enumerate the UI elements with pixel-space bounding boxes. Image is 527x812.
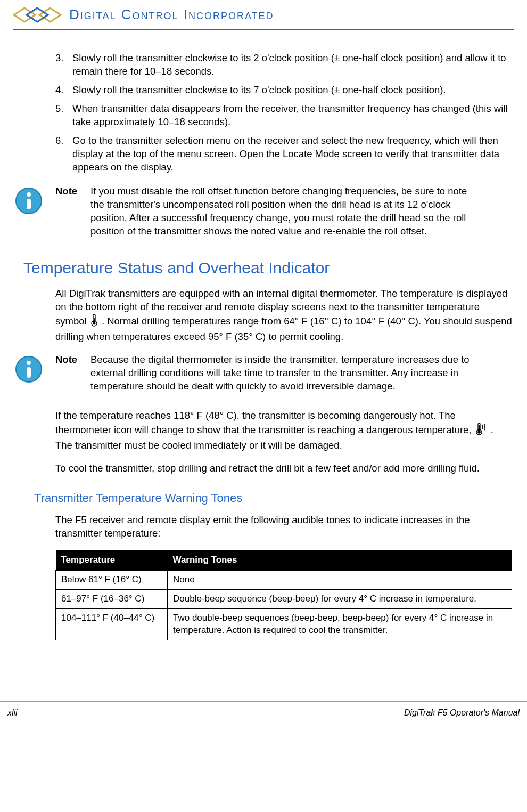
step-6: 6.Go to the transmitter selection menu o…	[55, 134, 512, 174]
page-number: xlii	[7, 707, 18, 719]
header-rule	[13, 29, 514, 30]
svg-rect-11	[27, 367, 31, 378]
step-5: 5.When transmitter data disappears from …	[55, 102, 512, 129]
thermometer-hot-icon	[475, 423, 487, 439]
note-block-1: Note If you must disable the roll offset…	[13, 185, 512, 238]
warning-tones-table: Temperature Warning Tones Below 61° F (1…	[55, 550, 512, 641]
table-row: Below 61° F (16° C) None	[56, 571, 512, 590]
note-text: If you must disable the roll offset func…	[90, 185, 512, 238]
step-4: 4.Slowly roll the transmitter clockwise …	[55, 84, 512, 97]
svg-point-6	[93, 322, 95, 325]
svg-point-2	[27, 192, 31, 197]
table-header-tones: Warning Tones	[168, 550, 512, 571]
paragraph-danger-temp: If the temperature reaches 118° F (48° C…	[55, 409, 512, 452]
steps-list: 3.Slowly roll the transmitter clockwise …	[55, 52, 512, 174]
section-paragraph-1: All DigiTrak transmitters are equipped w…	[55, 287, 512, 344]
paragraph-tones-intro: The F5 receiver and remote display emit …	[55, 514, 512, 540]
dci-logo-icon	[13, 6, 62, 24]
note-label: Note	[53, 185, 86, 198]
page-footer: xlii DigiTrak F5 Operator's Manual	[0, 701, 527, 723]
step-3: 3.Slowly roll the transmitter clockwise …	[55, 52, 512, 78]
svg-point-14	[477, 431, 481, 434]
svg-point-10	[27, 361, 31, 365]
table-row: 104–111° F (40–44° C) Two double-beep se…	[56, 609, 512, 640]
info-icon	[13, 353, 53, 388]
table-header-temperature: Temperature	[56, 550, 168, 571]
thermometer-icon	[90, 314, 98, 330]
paragraph-cool: To cool the transmitter, stop drilling a…	[55, 462, 512, 475]
company-name: Digital Control Incorporated	[69, 5, 274, 24]
manual-title: DigiTrak F5 Operator's Manual	[404, 707, 520, 719]
info-icon	[13, 185, 53, 220]
svg-rect-15	[479, 425, 480, 431]
svg-rect-7	[94, 318, 95, 322]
section-heading-temperature: Temperature Status and Overheat Indicato…	[23, 257, 512, 279]
note-label: Note	[53, 353, 86, 367]
subsection-heading-tones: Transmitter Temperature Warning Tones	[34, 490, 512, 506]
page-header: Digital Control Incorporated	[13, 0, 514, 27]
note-block-2: Note Because the digital thermometer is …	[13, 353, 512, 393]
note-text: Because the digital thermometer is insid…	[90, 353, 512, 393]
table-row: 61–97° F (16–36° C) Double-beep sequence…	[56, 590, 512, 609]
svg-rect-3	[27, 199, 31, 209]
